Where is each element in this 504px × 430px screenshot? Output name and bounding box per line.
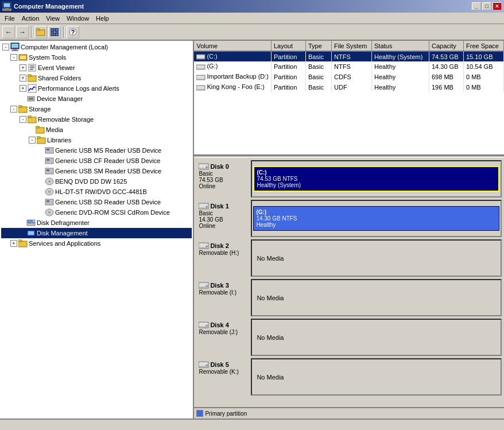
table-row[interactable]: (C:)PartitionBasicNTFSHealthy (System)74…	[194, 51, 503, 61]
tree-services[interactable]: + Services and Applications	[1, 238, 192, 249]
disk-content[interactable]: (G:)14.30 GB NTFSHealthy	[251, 200, 502, 237]
col-free[interactable]: Free Space	[464, 41, 504, 51]
tree-device-manager[interactable]: Device Manager	[1, 94, 192, 104]
grid-button[interactable]	[48, 26, 61, 38]
disk-label: Disk 2Removable (H:)	[196, 239, 251, 277]
tree-perf-logs[interactable]: + Performance Logs and Alerts	[1, 83, 192, 94]
tree-removable-storage[interactable]: - Removable Storage	[1, 114, 192, 125]
menu-action[interactable]: Action	[18, 14, 43, 23]
tree-disk-mgmt[interactable]: Disk Management	[1, 228, 192, 238]
disk-partition[interactable]: (G:)14.30 GB NTFSHealthy	[253, 206, 499, 231]
app-icon	[2, 2, 11, 11]
tree-event-viewer-label: Event Viewer	[38, 64, 75, 71]
cell-free: 10.54 GB	[464, 61, 504, 72]
tree-panel[interactable]: - Computer Management (Local) -	[0, 41, 194, 419]
toolbar-separator-2	[63, 26, 64, 38]
menu-window[interactable]: Window	[63, 14, 92, 23]
perf-logs-icon	[28, 84, 37, 93]
volume-icon	[196, 53, 207, 60]
menu-help[interactable]: Help	[92, 14, 113, 23]
tree-generic-ms[interactable]: Generic USB MS Reader USB Device	[1, 145, 192, 156]
minimize-button[interactable]: _	[472, 2, 481, 10]
tree-storage[interactable]: - Storage	[1, 104, 192, 114]
svg-rect-63	[197, 76, 204, 79]
storage-icon	[18, 104, 28, 114]
tree-hl-dt[interactable]: HL-DT-ST RW/DVD GCC-4481B	[1, 187, 192, 197]
disk-content[interactable]: No Media	[251, 279, 502, 316]
col-status[interactable]: Status	[372, 41, 429, 51]
tree-benq-dvd[interactable]: BENQ DVD DD DW 1625	[1, 176, 192, 187]
tree-generic-cf[interactable]: Generic USB CF Reader USB Device	[1, 156, 192, 166]
help-button[interactable]: ?	[67, 26, 79, 38]
expand-storage[interactable]: -	[10, 106, 17, 113]
window-controls[interactable]: _ □ ✕	[472, 2, 502, 10]
disk-content[interactable]: No Media	[251, 239, 502, 277]
tree-system-tools[interactable]: - System Tools	[1, 52, 192, 63]
col-layout[interactable]: Layout	[272, 41, 306, 51]
tree-event-viewer[interactable]: + Event Viewer	[1, 63, 192, 73]
svg-rect-57	[18, 240, 22, 242]
expand-shared-folders[interactable]: +	[20, 75, 26, 82]
cell-type: Basic	[306, 51, 332, 61]
back-button[interactable]: ←	[2, 26, 15, 38]
cell-layout: Partition	[272, 72, 306, 82]
tree-expand-root[interactable]: -	[2, 44, 9, 51]
disk-label-type: Removable (K:)	[199, 369, 249, 375]
tree-generic-sm[interactable]: Generic USB SM Reader USB Device	[1, 166, 192, 176]
expand-system-tools[interactable]: -	[10, 54, 17, 61]
event-viewer-icon	[28, 63, 37, 72]
disk-label-type: Removable (J:)	[199, 329, 249, 335]
menu-file[interactable]: File	[1, 14, 18, 23]
tree-shared-folders[interactable]: + Shared Folders	[1, 73, 192, 83]
disk-content[interactable]: No Media	[251, 358, 502, 396]
col-filesystem[interactable]: File System	[332, 41, 372, 51]
col-type[interactable]: Type	[306, 41, 332, 51]
expand-services[interactable]: +	[10, 240, 17, 247]
partition-label: (C:)	[257, 169, 496, 176]
expand-libraries[interactable]: -	[29, 137, 36, 144]
disk-label-type: Removable (I:)	[199, 289, 249, 296]
svg-rect-34	[37, 137, 40, 138]
shared-folders-icon	[28, 73, 37, 83]
disk-name: Disk 2	[199, 242, 249, 250]
no-media-label: No Media	[252, 332, 501, 343]
tree-hl-dt-label: HL-DT-ST RW/DVD GCC-4481B	[55, 188, 147, 195]
tree-generic-dvd[interactable]: Generic DVD-ROM SCSI CdRom Device	[1, 207, 192, 218]
tree-libraries[interactable]: - Libraries	[1, 135, 192, 145]
disk-name: Disk 5	[199, 361, 249, 369]
svg-point-42	[48, 180, 51, 183]
svg-rect-53	[32, 222, 34, 223]
svg-rect-40	[46, 169, 49, 171]
maximize-button[interactable]: □	[482, 2, 491, 10]
expand-removable-storage[interactable]: -	[20, 116, 26, 123]
col-volume[interactable]: Volume	[194, 41, 271, 51]
svg-rect-5	[36, 29, 40, 30]
tree-disk-defrag[interactable]: Disk Defragmenter	[1, 218, 192, 228]
disk-label: Disk 3Removable (I:)	[196, 279, 251, 316]
table-row[interactable]: King Kong - Foo (E:)PartitionBasicUDFHea…	[194, 82, 503, 92]
col-capacity[interactable]: Capacity	[429, 41, 464, 51]
close-button[interactable]: ✕	[493, 2, 502, 10]
expand-perf-logs[interactable]: +	[20, 85, 26, 92]
no-media-label: No Media	[252, 371, 501, 383]
forward-button[interactable]: →	[16, 26, 29, 38]
disk-content[interactable]: No Media	[251, 319, 502, 356]
svg-rect-61	[197, 65, 204, 68]
tree-media[interactable]: Media	[1, 125, 192, 135]
svg-rect-36	[46, 149, 49, 150]
table-row[interactable]: (G:)PartitionBasicNTFSHealthy14.30 GB10.…	[194, 61, 503, 72]
table-row[interactable]: Important Backup (D:)PartitionBasicCDFSH…	[194, 72, 503, 82]
folder-button[interactable]	[34, 26, 47, 38]
cell-free: 0 MB	[464, 72, 504, 82]
disk-partition[interactable]: (C:)74.53 GB NTFSHealthy (System)	[253, 166, 499, 192]
disk-mgmt-icon	[26, 228, 36, 238]
tree-root[interactable]: - Computer Management (Local)	[1, 42, 192, 52]
tree-disk-defrag-label: Disk Defragmenter	[37, 219, 90, 226]
svg-rect-52	[28, 222, 32, 223]
tree-generic-sd[interactable]: Generic USB SD Reader USB Device	[1, 197, 192, 207]
cell-volume: Important Backup (D:)	[194, 72, 271, 82]
menu-view[interactable]: View	[42, 14, 63, 23]
disk-content[interactable]: (C:)74.53 GB NTFSHealthy (System)	[251, 160, 502, 197]
expand-event-viewer[interactable]: +	[20, 64, 26, 71]
cell-capacity: 14.30 GB	[429, 61, 464, 72]
